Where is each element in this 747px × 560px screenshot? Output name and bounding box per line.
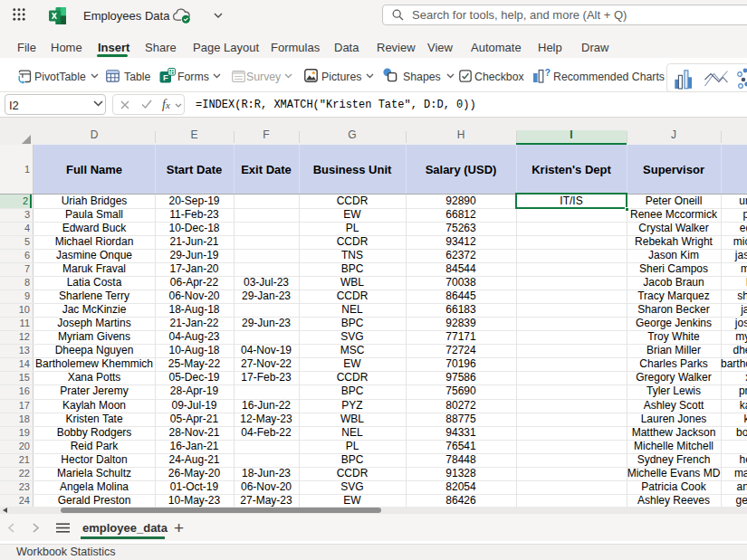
svg-text:?: ? [545,67,551,78]
svg-text:F: F [163,72,168,82]
